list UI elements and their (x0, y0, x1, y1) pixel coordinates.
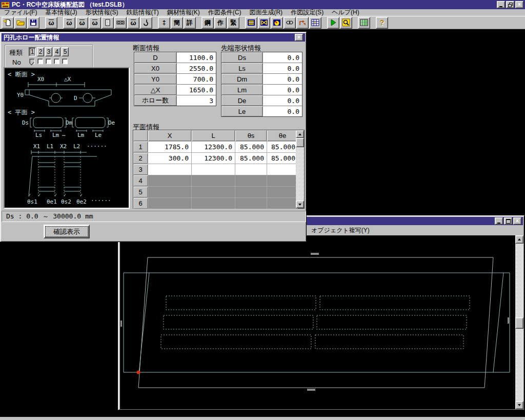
field-label: Y0 (134, 74, 176, 84)
rebar-pole-button[interactable]: ‡ (158, 17, 170, 29)
deck-section-button[interactable]: ω (127, 17, 139, 29)
close-icon: × (297, 35, 300, 40)
table-cell[interactable] (148, 164, 191, 175)
field-value[interactable]: 0.0 (263, 52, 302, 63)
field-value[interactable]: 2550.0 (177, 63, 216, 73)
no-checkbox-2[interactable] (37, 58, 43, 64)
table-cell[interactable] (192, 164, 235, 175)
viewer-close-button[interactable]: × (513, 217, 521, 225)
arrow-up-icon (518, 238, 521, 241)
scrollbar-thumb[interactable] (296, 138, 304, 147)
table-button[interactable] (358, 17, 370, 29)
menu-help[interactable]: ヘルプ(H) (328, 9, 364, 16)
close-button[interactable]: × (515, 1, 523, 8)
menu-file[interactable]: ファイル(F) (0, 9, 41, 16)
table-cell[interactable]: 85.000 (267, 142, 298, 152)
type-button-5[interactable]: 5 (62, 47, 69, 56)
grid-edit-button[interactable] (309, 17, 321, 29)
field-value[interactable]: 1650.0 (177, 85, 216, 95)
svg-text:Dm: Dm (66, 119, 73, 126)
menu-rebar-info[interactable]: 鉄筋情報(T) (122, 9, 163, 16)
field-value[interactable]: 0.0 (263, 95, 302, 106)
field-label: Lm (221, 85, 262, 95)
no-checkbox-3[interactable] (46, 58, 51, 64)
viewer-canvas[interactable] (120, 235, 523, 409)
field-value[interactable]: 0.0 (263, 63, 302, 73)
disabled-cell (235, 175, 267, 186)
open-file-button[interactable] (14, 17, 27, 29)
restore-button[interactable] (506, 1, 514, 8)
steel-button[interactable]: 鋼 (201, 17, 214, 29)
field-value[interactable]: 1100.0 (177, 52, 216, 63)
type-button-2[interactable]: 2 (37, 47, 44, 56)
scroll-down-button[interactable] (515, 401, 523, 409)
gauge-button[interactable] (271, 17, 283, 29)
spacing-button[interactable] (284, 17, 296, 29)
menu-copy-object[interactable]: オブジェクト複写(Y) (307, 226, 374, 235)
table-cell[interactable]: 85.000 (267, 153, 298, 164)
no-checkbox-1[interactable] (29, 58, 35, 64)
cross-brace-button[interactable] (258, 17, 270, 29)
viewer-minimize-button[interactable] (495, 217, 503, 225)
viewer-maximize-button[interactable] (504, 217, 512, 225)
hook-button[interactable] (140, 17, 152, 29)
plan-table-scrollbar[interactable] (296, 130, 304, 208)
table-cell[interactable]: 85.000 (235, 153, 267, 164)
svg-text:L2: L2 (73, 143, 80, 150)
save-file-button[interactable] (27, 17, 39, 29)
app-icon (2, 2, 10, 8)
menu-draw-settings[interactable]: 作図設定(S) (287, 9, 328, 16)
table-cell[interactable]: 12300.0 (192, 142, 235, 152)
type-button-3[interactable]: 3 (45, 47, 52, 56)
hollow-slab-button[interactable] (114, 17, 127, 29)
table-cell[interactable]: 85.000 (235, 142, 267, 152)
cross-brace-icon (260, 18, 268, 27)
help-button[interactable]: ? (376, 17, 388, 29)
section-type-icon: ω (67, 19, 72, 26)
field-value[interactable]: 3 (177, 95, 216, 106)
field-value[interactable]: 0.0 (263, 85, 302, 95)
preview-button[interactable] (340, 17, 352, 29)
layers-button[interactable] (245, 17, 257, 29)
section-layout-button[interactable]: ω (76, 17, 88, 29)
save-icon (29, 18, 37, 27)
make-button[interactable]: 作 (214, 17, 227, 29)
dialog-close-button[interactable]: × (295, 34, 303, 41)
menu-generate-drawing[interactable]: 図面生成(R) (245, 9, 287, 16)
menu-draw-conditions[interactable]: 作図条件(C) (204, 9, 246, 16)
tension-button[interactable]: 緊 (227, 17, 239, 29)
col-header-theta-e: θe (267, 130, 298, 141)
section-type-button[interactable]: ω (63, 17, 75, 29)
field-value[interactable]: 700.0 (177, 74, 216, 84)
bend-arrows-button[interactable] (296, 17, 309, 29)
simple-view-button[interactable]: 簡 (171, 17, 183, 29)
type-button-4[interactable]: 4 (53, 47, 60, 56)
hollow-section-button[interactable]: ω (45, 17, 57, 29)
confirm-display-button[interactable]: 確認表示 (44, 225, 90, 238)
scrollbar-thumb[interactable] (515, 317, 523, 329)
scroll-up-button[interactable] (296, 130, 304, 138)
minimize-button[interactable] (497, 1, 505, 8)
table-cell[interactable] (235, 164, 267, 175)
run-button[interactable] (327, 17, 339, 29)
scroll-up-button[interactable] (515, 235, 523, 244)
no-checkbox-5[interactable] (62, 58, 68, 64)
viewer-scrollbar[interactable] (515, 235, 523, 409)
scroll-down-button[interactable] (296, 201, 304, 208)
menu-basic-info[interactable]: 基本情報(J) (41, 9, 81, 16)
section-edit-button[interactable]: ω (89, 17, 101, 29)
new-file-button[interactable] (2, 17, 14, 29)
menu-steel-info[interactable]: 鋼材情報(K) (163, 9, 204, 16)
table-cell[interactable]: 12300.0 (192, 153, 235, 164)
field-value[interactable]: 0.0 (263, 106, 302, 116)
table-cell[interactable]: 1785.0 (148, 142, 191, 152)
field-value[interactable]: 0.0 (263, 74, 302, 84)
no-label: No (12, 58, 21, 66)
no-checkbox-4[interactable] (54, 58, 59, 64)
table-cell[interactable]: 300.0 (148, 153, 191, 164)
type-button-1[interactable]: 1 (29, 47, 36, 56)
table-cell[interactable] (267, 164, 298, 175)
sheet-button[interactable] (102, 17, 114, 29)
menu-shape-info[interactable]: 形状情報(S) (81, 9, 122, 16)
detail-view-button[interactable]: 詳 (184, 17, 196, 29)
